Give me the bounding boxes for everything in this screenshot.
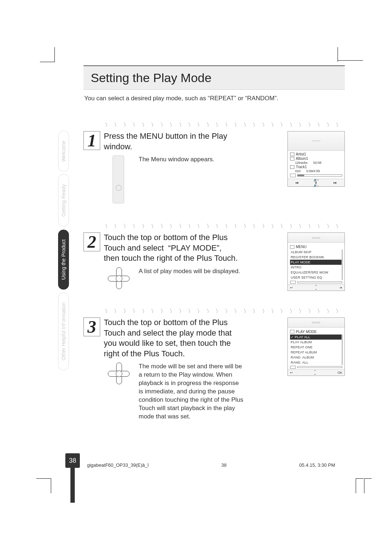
right-icon: ➔ — [339, 286, 342, 289]
menu-item: ALBUM SKIP — [290, 250, 342, 255]
next-icon: ⏭ — [334, 181, 337, 185]
footer-page: 38 — [221, 462, 226, 468]
crop-mark-tr — [338, 47, 352, 62]
playmode-item: REPEAT ONE — [290, 345, 342, 350]
footer-date: 05.4.15, 3:30 PM — [299, 462, 335, 468]
crop-mark-br — [356, 479, 370, 493]
menu-item-selected: PLAY MODE — [290, 260, 342, 265]
vol-minus-icon: 🔊– — [314, 184, 319, 187]
playmode-item: RAND. ALBUM — [290, 355, 342, 360]
battery-icon — [290, 281, 296, 284]
screen-playmode-top: ▭▭▭ — [288, 318, 344, 328]
step-1: 1 Press the MENU button in the Play wind… — [83, 131, 345, 203]
page-title: Setting the Play Mode — [83, 65, 345, 90]
divider-dots: 〉 〉 〉 〉 〉 〉 〉 〉 〉 〉 〉 〉 〉 〉 〉 〉 〉 〉 〉 〉 … — [105, 308, 345, 313]
playmode-icon — [290, 330, 294, 333]
progress-bar — [297, 281, 342, 283]
step-number-3: 3 — [83, 317, 100, 336]
battery-icon — [290, 174, 296, 177]
step-3-detail: The mode will be set and there will be a… — [139, 362, 244, 421]
artist-icon — [290, 153, 294, 156]
tab-other-help: Other Helpful Inf ormation — [58, 292, 69, 370]
page-number: 38 — [65, 453, 80, 468]
screen1-tracks: 12tracks — [295, 161, 307, 165]
back-icon: ↩ — [290, 371, 293, 374]
tab-using-product: Using the Product — [58, 230, 69, 289]
crop-mark-bl — [36, 478, 51, 493]
step-number-2: 2 — [83, 232, 100, 251]
menu-item: EQUALIZER/SRS WOW — [290, 270, 342, 275]
plus-touch-illustration — [108, 267, 129, 288]
footer: gigabeatF60_OP33_39(E)â_î 38 05.4.15, 3:… — [87, 462, 335, 468]
track-icon — [290, 165, 294, 169]
progress-bar — [297, 366, 342, 368]
divider-dots: 〉 〉 〉 〉 〉 〉 〉 〉 〉 〉 〉 〉 〉 〉 〉 〉 〉 〉 〉 〉 … — [105, 223, 345, 228]
divider-dots: 〉 〉 〉 〉 〉 〉 〉 〉 〉 〉 〉 〉 〉 〉 〉 〉 〉 〉 〉 〉 … — [105, 122, 345, 127]
menu-item: INTRO — [290, 265, 342, 270]
screen1-track: Track1 — [296, 165, 307, 169]
step-number-1: 1 — [83, 131, 100, 150]
remote-illustration — [113, 155, 124, 203]
screen2-title: MENU — [296, 245, 306, 249]
menu-icon — [290, 245, 294, 249]
screen1-album: Album1 — [296, 157, 308, 161]
step-2-detail: A list of play modes will be displayed. — [139, 267, 240, 276]
screen1-total: 52:08 — [313, 161, 322, 165]
up-down-icon: ⌃⌄ — [315, 285, 318, 290]
album-icon — [290, 157, 294, 161]
step-3-heading: Touch the top or bottom of the Plus Touc… — [104, 317, 238, 359]
playmode-item: PLAY ALBUM — [290, 340, 342, 345]
screen-waveform: 〰〰〰 — [288, 131, 344, 151]
battery-icon — [290, 366, 296, 369]
progress-bar — [297, 174, 342, 177]
playmode-item: REPEAT ALBUM — [290, 350, 342, 355]
step-2-heading: Touch the top or bottom of the Plus Touc… — [104, 232, 238, 264]
footer-file: gigabeatF60_OP33_39(E)â_î — [87, 462, 149, 468]
step-2: 2 Touch the top or bottom of the Plus To… — [83, 232, 345, 288]
ok-label: OK — [338, 371, 342, 374]
side-tabs: Welcome Getting Ready Using the Product … — [58, 131, 71, 373]
playmode-item-selected: ✓ PLAY ALL — [290, 335, 342, 340]
screen-play-window: 〰〰〰 Artist1 Album1 12tracks52:08 Track1 … — [287, 131, 345, 187]
screen1-time: 0:09/4:55 — [306, 169, 320, 173]
prev-icon: ⏮ — [295, 181, 299, 185]
back-icon: ↩ — [290, 286, 293, 289]
crop-mark-tl — [40, 47, 55, 62]
tab-welcome: Welcome — [58, 131, 69, 171]
menu-item: USER SETTING EQ — [290, 275, 342, 280]
up-down-icon: ⌃⌄ — [314, 370, 317, 375]
screen3-title: PLAY MODE — [296, 330, 317, 334]
step-3: 3 Touch the top or bottom of the Plus To… — [83, 317, 345, 421]
plus-touch-illustration — [108, 362, 129, 384]
step-1-heading: Press the MENU button in the Play window… — [104, 131, 238, 152]
screen1-trackno: 010 — [295, 169, 301, 173]
screen-playmode: ▭▭▭ PLAY MODE ✓ PLAY ALL PLAY ALBUM REPE… — [287, 317, 345, 376]
playmode-item: RAND. ALL — [290, 360, 342, 365]
intro-text: You can select a desired play mode, such… — [84, 95, 345, 102]
screen1-artist: Artist1 — [296, 152, 306, 156]
screen-menu-top: ▭▭▭ — [288, 233, 344, 243]
menu-item: REGISTER BOOKMK — [290, 255, 342, 260]
step-1-detail: The Menu window appears. — [139, 155, 215, 164]
screen-menu: ▭▭▭ MENU ALBUM SKIP REGISTER BOOKMK PLAY… — [287, 232, 345, 291]
tab-getting-ready: Getting Ready — [58, 174, 69, 227]
